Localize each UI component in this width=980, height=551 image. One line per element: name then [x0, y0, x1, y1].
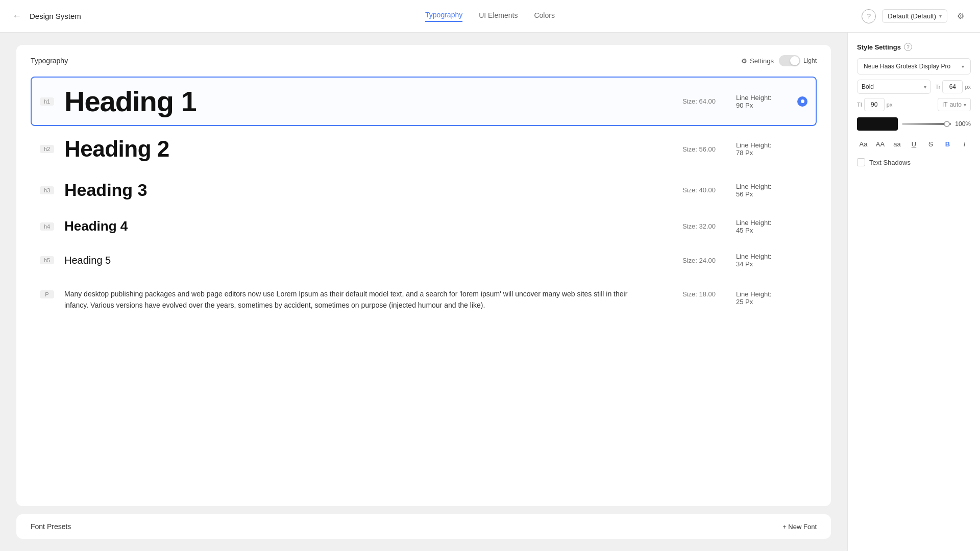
h2-radio: [797, 144, 807, 154]
h5-radio: [797, 255, 807, 265]
leading-dropdown[interactable]: IT auto ▾: [938, 98, 971, 111]
heading-row-p[interactable]: P Many desktop publishing packages and w…: [31, 278, 817, 319]
font-size-input[interactable]: [942, 80, 963, 93]
p-tag: P: [40, 290, 54, 298]
spacing-row: TI px IT auto ▾: [857, 98, 971, 111]
font-presets-bar: Font Presets + New Font: [16, 514, 831, 539]
p-size: Size: 18.00: [644, 290, 716, 298]
toggle-label: Light: [803, 57, 817, 64]
font-weight-label: Bold: [862, 83, 874, 90]
typography-header: Typography ⚙ Settings Light: [31, 55, 817, 66]
opacity-slider[interactable]: [902, 123, 951, 125]
theme-dropdown[interactable]: Default (Default) ▾: [882, 9, 947, 23]
weight-size-row: Bold ▾ Tr px: [857, 80, 971, 94]
text-shadows-label: Text Shadows: [869, 159, 911, 166]
h1-line-height: Line Height: 90 Px: [736, 94, 797, 109]
h4-line-height: Line Height: 45 Px: [736, 219, 797, 234]
text-btn-small-aa[interactable]: Aa: [857, 137, 870, 151]
h4-size: Size: 32.00: [644, 222, 716, 230]
h1-tag: h1: [40, 97, 54, 106]
h3-text: Heading 3: [64, 180, 644, 200]
opacity-slider-thumb: [944, 121, 950, 127]
text-shadows-checkbox[interactable]: [857, 158, 865, 166]
h5-tag: h5: [40, 256, 54, 264]
h5-size: Size: 24.00: [644, 257, 716, 264]
p-text: Many desktop publishing packages and web…: [64, 288, 644, 311]
style-settings-header: Style Settings ?: [857, 43, 971, 51]
h2-line-height: Line Height: 78 Px: [736, 141, 797, 157]
h4-tag: h4: [40, 222, 54, 231]
tab-typography[interactable]: Typography: [425, 11, 462, 22]
h2-text: Heading 2: [64, 136, 644, 162]
leading-chevron-icon: ▾: [964, 102, 966, 108]
toggle-container: Light: [779, 55, 817, 66]
h1-radio[interactable]: [797, 96, 807, 107]
color-row: 100%: [857, 117, 971, 131]
tracking-field: TI px: [857, 98, 934, 111]
info-icon[interactable]: ?: [904, 43, 912, 51]
font-presets-title: Font Presets: [31, 522, 71, 531]
leading-icon: IT: [942, 101, 948, 108]
font-family-label: Neue Haas Grotesk Display Pro: [864, 63, 950, 70]
help-button[interactable]: ?: [862, 9, 876, 23]
heading-row-h5[interactable]: h5 Heading 5 Size: 24.00 Line Height: 34…: [31, 244, 817, 276]
settings-icon[interactable]: ⚙: [953, 9, 968, 23]
back-button[interactable]: ←: [12, 11, 21, 21]
opacity-slider-container: 100%: [902, 120, 971, 128]
toggle-knob: [790, 56, 799, 65]
p-radio: [797, 288, 807, 298]
h1-size: Size: 64.00: [644, 97, 716, 105]
h4-text: Heading 4: [64, 218, 644, 234]
left-panel: Typography ⚙ Settings Light h1: [0, 33, 847, 551]
text-style-row: Aa AA aa U S B I: [857, 137, 971, 151]
text-btn-bold[interactable]: B: [941, 137, 954, 151]
text-btn-strikethrough[interactable]: S: [924, 137, 937, 151]
heading-row-h2[interactable]: h2 Heading 2 Size: 56.00 Line Height: 78…: [31, 128, 817, 170]
nav-right: ? Default (Default) ▾ ⚙: [862, 9, 968, 23]
tab-colors[interactable]: Colors: [534, 11, 554, 21]
h5-text: Heading 5: [64, 255, 644, 266]
color-swatch[interactable]: [857, 117, 898, 131]
h1-line-height-value: 90 Px: [736, 102, 797, 109]
main-content: Typography ⚙ Settings Light h1: [0, 33, 980, 551]
h5-line-height-value: 34 Px: [736, 260, 797, 268]
theme-dropdown-label: Default (Default): [888, 12, 936, 20]
text-shadows-row: Text Shadows: [857, 158, 971, 166]
heading-row-h4[interactable]: h4 Heading 4 Size: 32.00 Line Height: 45…: [31, 210, 817, 242]
light-toggle[interactable]: [779, 55, 800, 66]
font-family-dropdown[interactable]: Neue Haas Grotesk Display Pro ▾: [857, 58, 971, 74]
settings-button[interactable]: ⚙ Settings: [741, 57, 774, 65]
h3-line-height-label: Line Height:: [736, 183, 797, 190]
h1-line-height-label: Line Height:: [736, 94, 797, 102]
text-btn-underline[interactable]: U: [908, 137, 920, 151]
heading-row-h3[interactable]: h3 Heading 3 Size: 40.00 Line Height: 56…: [31, 172, 817, 208]
right-panel: Style Settings ? Neue Haas Grotesk Displ…: [847, 33, 980, 551]
h2-line-height-value: 78 Px: [736, 149, 797, 157]
h5-line-height: Line Height: 34 Px: [736, 253, 797, 268]
p-line-height: Line Height: 25 Px: [736, 290, 797, 306]
tab-ui-elements[interactable]: UI Elements: [479, 11, 518, 21]
weight-chevron-icon: ▾: [924, 84, 926, 90]
size-unit-label: px: [965, 84, 971, 90]
typography-header-right: ⚙ Settings Light: [741, 55, 817, 66]
text-btn-large-aa[interactable]: AA: [874, 137, 887, 151]
text-btn-italic[interactable]: I: [958, 137, 971, 151]
font-weight-dropdown[interactable]: Bold ▾: [857, 80, 931, 94]
typography-card: Typography ⚙ Settings Light h1: [16, 45, 831, 506]
h3-line-height-value: 56 Px: [736, 190, 797, 198]
h1-text: Heading 1: [64, 85, 644, 118]
h3-size: Size: 40.00: [644, 186, 716, 194]
h4-radio: [797, 221, 807, 232]
top-nav: ← Design System Typography UI Elements C…: [0, 0, 980, 33]
p-line-height-label: Line Height:: [736, 290, 797, 298]
new-font-button[interactable]: + New Font: [782, 523, 817, 531]
font-family-chevron-icon: ▾: [962, 64, 964, 69]
h3-tag: h3: [40, 186, 54, 194]
chevron-down-icon: ▾: [939, 13, 942, 19]
tracking-input[interactable]: [864, 98, 885, 111]
text-btn-lower-aa[interactable]: aa: [891, 137, 903, 151]
heading-row-h1[interactable]: h1 Heading 1 Size: 64.00 Line Height: 90…: [31, 77, 817, 126]
app-title: Design System: [30, 12, 81, 20]
h5-line-height-label: Line Height:: [736, 253, 797, 260]
h2-tag: h2: [40, 145, 54, 153]
